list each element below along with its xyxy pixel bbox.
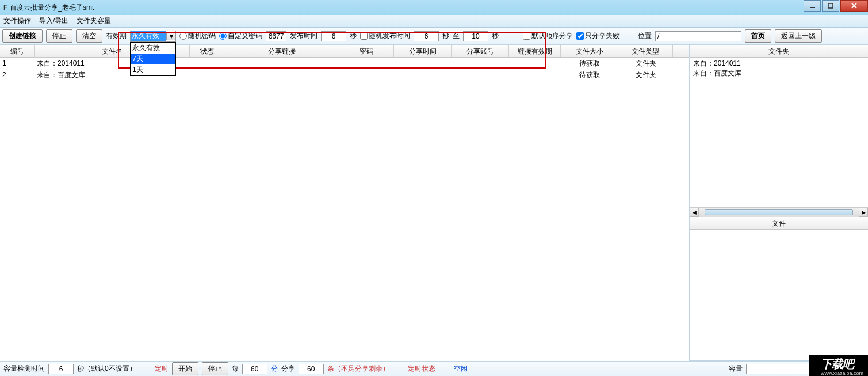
seconds-label2: 秒: [442, 31, 449, 41]
stop-button[interactable]: 停止: [46, 29, 72, 43]
capacity-check-input[interactable]: [48, 364, 74, 374]
location-label: 位置: [638, 31, 652, 41]
main-table: 编号 文件名 状态 分享链接 密码 分享时间 分享账号 链接有效期 文件大小 文…: [0, 45, 690, 361]
folder-item[interactable]: 来自：百度文库: [693, 69, 865, 78]
file-list: [690, 230, 868, 361]
validity-label: 有效期: [106, 31, 127, 41]
table-row[interactable]: 2 来自：百度文库 待获取 文件夹: [0, 69, 689, 81]
custom-password-input[interactable]: [266, 31, 286, 41]
every-input[interactable]: [242, 364, 267, 374]
timer-stop-button[interactable]: 停止: [202, 362, 228, 375]
validity-selected: 永久有效: [131, 31, 166, 41]
timer-status-label: 定时状态: [408, 364, 435, 374]
seconds-label3: 秒: [492, 31, 499, 41]
validity-option-1d[interactable]: 1天: [131, 64, 175, 75]
close-button[interactable]: [840, 0, 868, 12]
th-sharetime[interactable]: 分享时间: [394, 45, 452, 57]
scroll-right-icon[interactable]: ▶: [859, 208, 868, 217]
watermark-logo: 下载吧: [821, 358, 854, 370]
to-label: 至: [453, 31, 460, 41]
th-status[interactable]: 状态: [190, 45, 224, 57]
share-label: 分享: [281, 364, 295, 374]
validity-combo[interactable]: 永久有效 ▾ 永久有效 7天 1天: [130, 31, 176, 42]
svg-rect-1: [828, 3, 833, 8]
file-section: 文件: [690, 217, 868, 361]
scroll-thumb[interactable]: [705, 209, 853, 215]
table-body: 1 来自：2014011 待获取 文件夹 2 来自：百度文库: [0, 58, 689, 81]
validity-option-forever[interactable]: 永久有效: [131, 43, 175, 54]
th-password[interactable]: 密码: [339, 45, 394, 57]
capacity-check-hint: 秒（默认0不设置）: [77, 364, 136, 374]
side-panel: 文件夹 来自：2014011 来自：百度文库 ◀ ▶ 文件: [690, 45, 868, 361]
watermark-url: www.xiazaiba.com: [821, 370, 863, 376]
random-publish-checkbox[interactable]: 随机发布时间: [360, 31, 410, 41]
table-header: 编号 文件名 状态 分享链接 密码 分享时间 分享账号 链接有效期 文件大小 文…: [0, 45, 689, 58]
validity-option-7d[interactable]: 7天: [131, 54, 175, 64]
content-area: 编号 文件名 状态 分享链接 密码 分享时间 分享账号 链接有效期 文件大小 文…: [0, 45, 868, 361]
th-index[interactable]: 编号: [0, 45, 35, 57]
window-title: 百度云批量分享_老毛子smt: [10, 3, 94, 13]
random-to-input[interactable]: [463, 31, 488, 41]
clear-button[interactable]: 清空: [76, 29, 102, 43]
every-label: 每: [232, 364, 239, 374]
timer-label: 定时: [155, 364, 169, 374]
capacity-label: 容量: [729, 364, 743, 374]
idle-status: 空闲: [454, 364, 468, 374]
menu-file-ops[interactable]: 文件操作: [3, 16, 31, 26]
custom-password-radio[interactable]: 自定义密码: [219, 31, 262, 41]
menubar: 文件操作 导入/导出 文件夹容量: [0, 15, 868, 28]
minimize-button[interactable]: [804, 0, 821, 12]
watermark: 下载吧 www.xiazaiba.com: [809, 355, 868, 376]
titlebar: F 百度云批量分享_老毛子smt: [0, 0, 868, 15]
th-filesize[interactable]: 文件大小: [561, 45, 618, 57]
location-input[interactable]: [655, 31, 741, 41]
folder-list: 来自：2014011 来自：百度文库 ◀ ▶: [690, 58, 868, 217]
publish-time-label: 发布时间: [290, 31, 318, 41]
app-icon: F: [3, 3, 7, 12]
share-hint: 条（不足分享剩余）: [327, 364, 389, 374]
validity-dropdown: 永久有效 7天 1天: [130, 42, 176, 76]
folder-header[interactable]: 文件夹: [690, 45, 868, 58]
timer-start-button[interactable]: 开始: [172, 362, 198, 375]
scroll-left-icon[interactable]: ◀: [690, 208, 699, 217]
statusbar: 容量检测时间 秒（默认0不设置） 定时 开始 停止 每 分 分享 条（不足分享剩…: [0, 361, 868, 376]
menu-import-export[interactable]: 导入/导出: [39, 16, 68, 26]
capacity-check-label: 容量检测时间: [3, 364, 45, 374]
chevron-down-icon[interactable]: ▾: [166, 32, 175, 40]
th-filetype[interactable]: 文件类型: [618, 45, 673, 57]
random-password-radio[interactable]: 随机密码: [179, 31, 216, 41]
create-link-button[interactable]: 创建链接: [2, 29, 43, 43]
only-share-fail-checkbox[interactable]: 只分享失败: [576, 31, 620, 41]
menu-folder-capacity[interactable]: 文件夹容量: [77, 16, 111, 26]
home-button[interactable]: 首页: [745, 29, 771, 43]
file-header[interactable]: 文件: [690, 217, 868, 230]
table-row[interactable]: 1 来自：2014011 待获取 文件夹: [0, 58, 689, 69]
folder-item[interactable]: 来自：2014011: [693, 59, 865, 69]
window-controls: [802, 0, 868, 12]
back-button[interactable]: 返回上一级: [775, 29, 822, 43]
th-sharelink[interactable]: 分享链接: [224, 45, 339, 57]
default-order-checkbox[interactable]: 默认顺序分享: [523, 31, 573, 41]
minute-label: 分: [271, 364, 278, 374]
publish-time-input[interactable]: [321, 31, 346, 41]
h-scrollbar[interactable]: ◀ ▶: [690, 207, 868, 217]
seconds-label: 秒: [350, 31, 357, 41]
maximize-button[interactable]: [822, 0, 839, 12]
random-from-input[interactable]: [414, 31, 439, 41]
share-count-input[interactable]: [299, 364, 324, 374]
th-linkvalidity[interactable]: 链接有效期: [509, 45, 561, 57]
th-shareacct[interactable]: 分享账号: [452, 45, 509, 57]
toolbar: 创建链接 停止 清空 有效期 永久有效 ▾ 永久有效 7天 1天 随机密码 自定…: [0, 28, 868, 45]
